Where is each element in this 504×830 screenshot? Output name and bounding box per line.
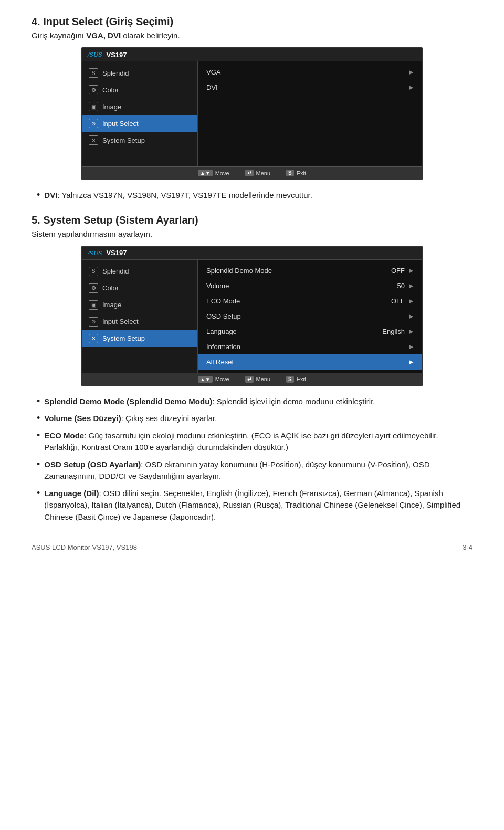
label-system-1: System Setup xyxy=(102,136,145,144)
icon-splendid-1: S xyxy=(89,68,98,78)
icon-input-1: ⊙ xyxy=(89,119,98,128)
exit-label-1: Exit xyxy=(297,170,306,176)
move-icon-1: ▲▼ xyxy=(198,170,213,176)
information-label: Information xyxy=(206,343,240,351)
osd-right-panel-2: Splendid Demo Mode OFF ▶ Volume 50 ▶ ECO… xyxy=(198,260,422,373)
section-4: 4. Input Select (Giriş Seçimi) Giriş kay… xyxy=(32,16,472,202)
icon-color-2: ⚙ xyxy=(89,283,98,293)
label-image-2: Image xyxy=(102,301,121,309)
bullet-language: Language (Dil): OSD dilini seçin. Seçene… xyxy=(37,488,472,523)
osd-content-2: S Splendid ⚙ Color ▣ Image ⊙ Input Selec… xyxy=(82,260,422,373)
menu-system-setup-1[interactable]: ✕ System Setup xyxy=(82,132,197,149)
exit-icon-2: S xyxy=(286,376,294,383)
menu-image-2[interactable]: ▣ Image xyxy=(82,297,197,313)
label-splendid-2: Splendid xyxy=(102,267,129,275)
icon-splendid-2: S xyxy=(89,267,98,276)
bullet-language-text: Language (Dil): OSD dilini seçin. Seçene… xyxy=(44,488,472,523)
menu-splendid-2[interactable]: S Splendid xyxy=(82,263,197,280)
right-all-reset[interactable]: All Reset ▶ xyxy=(198,354,422,370)
right-dvi[interactable]: DVI ▶ xyxy=(198,80,422,95)
menu-color-1[interactable]: ⚙ Color xyxy=(82,81,197,98)
osd-model-1: VS197 xyxy=(106,51,127,59)
all-reset-label: All Reset xyxy=(206,358,234,366)
eco-mode-value: OFF xyxy=(391,297,405,305)
section-5-subtitle: Sistem yapılandırmasını ayarlayın. xyxy=(32,229,472,238)
bullet-volume: Volume (Ses Düzeyi): Çıkış ses düzeyini … xyxy=(37,413,472,425)
dvi-bullet-text: DVI: Yalnızca VS197N, VS198N, VS197T, VS… xyxy=(44,190,312,202)
dvi-arrow: ▶ xyxy=(409,84,413,91)
vga-label: VGA xyxy=(206,68,220,76)
icon-system-1: ✕ xyxy=(89,135,98,145)
menu-icon-1: ↵ xyxy=(245,170,254,176)
right-eco-mode[interactable]: ECO Mode OFF ▶ xyxy=(198,293,422,309)
label-splendid-1: Splendid xyxy=(102,69,129,77)
osd-left-menu-2: S Splendid ⚙ Color ▣ Image ⊙ Input Selec… xyxy=(82,260,198,373)
volume-label: Volume xyxy=(206,282,229,290)
footer-move-2: ▲▼ Move xyxy=(198,376,229,383)
information-arrow: ▶ xyxy=(409,343,413,350)
osd-box-1: /SUS VS197 S Splendid ⚙ Color ▣ Image ⊙ xyxy=(81,47,423,180)
osd-footer-2: ▲▼ Move ↵ Menu S Exit xyxy=(82,373,422,385)
osd-right-panel-1: VGA ▶ DVI ▶ xyxy=(198,61,422,166)
language-value: English xyxy=(382,328,405,335)
section-4-title: 4. Input Select (Giriş Seçimi) xyxy=(32,16,472,28)
menu-image-1[interactable]: ▣ Image xyxy=(82,98,197,115)
osd-model-2: VS197 xyxy=(106,249,127,257)
label-system-2: System Setup xyxy=(102,334,145,342)
footer-left: ASUS LCD Monitör VS197, VS198 xyxy=(32,543,137,551)
move-label-1: Move xyxy=(215,170,229,176)
section-5-heading: System Setup (Sistem Ayarları) xyxy=(43,214,198,226)
move-icon-2: ▲▼ xyxy=(198,376,213,383)
dvi-bullet: DVI: Yalnızca VS197N, VS198N, VS197T, VS… xyxy=(37,190,472,202)
osd-setup-arrow: ▶ xyxy=(409,313,413,320)
right-splendid-demo[interactable]: Splendid Demo Mode OFF ▶ xyxy=(198,263,422,278)
right-language[interactable]: Language English ▶ xyxy=(198,324,422,339)
footer-move-1: ▲▼ Move xyxy=(198,170,229,176)
footer-exit-2: S Exit xyxy=(286,376,306,383)
splendid-demo-arrow: ▶ xyxy=(409,267,413,274)
language-label: Language xyxy=(206,328,237,335)
all-reset-arrow: ▶ xyxy=(409,359,413,365)
asus-logo-2: /SUS xyxy=(88,249,102,257)
bullet-eco: ECO Mode: Güç tasarrufu için ekoloji mod… xyxy=(37,430,472,454)
osd-setup-label: OSD Setup xyxy=(206,312,241,320)
right-vga[interactable]: VGA ▶ xyxy=(198,65,422,80)
volume-value: 50 xyxy=(397,282,405,290)
footer-menu-2: ↵ Menu xyxy=(245,376,271,383)
page-footer: ASUS LCD Monitör VS197, VS198 3-4 xyxy=(32,539,472,551)
language-arrow: ▶ xyxy=(409,328,413,335)
eco-mode-label: ECO Mode xyxy=(206,297,240,305)
osd-footer-1: ▲▼ Move ↵ Menu S Exit xyxy=(82,166,422,179)
exit-label-2: Exit xyxy=(297,376,306,382)
section-4-heading: Input Select (Giriş Seçimi) xyxy=(43,16,173,27)
osd-header-2: /SUS VS197 xyxy=(82,247,422,260)
osd-content-1: S Splendid ⚙ Color ▣ Image ⊙ Input Selec… xyxy=(82,61,422,166)
splendid-demo-label: Splendid Demo Mode xyxy=(206,267,272,275)
osd-box-2: /SUS VS197 S Splendid ⚙ Color ▣ Image ⊙ xyxy=(81,246,423,386)
icon-image-2: ▣ xyxy=(89,300,98,310)
section-5-number: 5. xyxy=(32,214,40,226)
right-volume[interactable]: Volume 50 ▶ xyxy=(198,278,422,293)
menu-input-select-1[interactable]: ⊙ Input Select xyxy=(82,115,197,132)
label-color-1: Color xyxy=(102,86,119,94)
icon-input-2: ⊙ xyxy=(89,317,98,327)
footer-menu-1: ↵ Menu xyxy=(245,170,271,176)
menu-color-2[interactable]: ⚙ Color xyxy=(82,280,197,297)
menu-system-setup-2[interactable]: ✕ System Setup xyxy=(82,330,197,347)
menu-label-1: Menu xyxy=(256,170,271,176)
section-5-title: 5. System Setup (Sistem Ayarları) xyxy=(32,214,472,226)
bullet-osd-setup-text: OSD Setup (OSD Ayarları): OSD ekranının … xyxy=(44,459,472,482)
right-information[interactable]: Information ▶ xyxy=(198,339,422,354)
right-osd-setup[interactable]: OSD Setup ▶ xyxy=(198,309,422,324)
section-5-bullets: Splendid Demo Mode (Splendid Demo Modu):… xyxy=(37,396,472,523)
section-4-number: 4. xyxy=(32,16,40,27)
icon-image-1: ▣ xyxy=(89,102,98,111)
section-5: 5. System Setup (Sistem Ayarları) Sistem… xyxy=(32,214,472,523)
menu-icon-2: ↵ xyxy=(245,376,254,383)
bullet-eco-text: ECO Mode: Güç tasarrufu için ekoloji mod… xyxy=(44,430,472,454)
move-label-2: Move xyxy=(215,376,229,382)
menu-input-select-2[interactable]: ⊙ Input Select xyxy=(82,313,197,330)
section-4-bullets: DVI: Yalnızca VS197N, VS198N, VS197T, VS… xyxy=(37,190,472,202)
menu-splendid-1[interactable]: S Splendid xyxy=(82,65,197,81)
section-4-subtitle: Giriş kaynağını VGA, DVI olarak belirley… xyxy=(32,31,472,40)
